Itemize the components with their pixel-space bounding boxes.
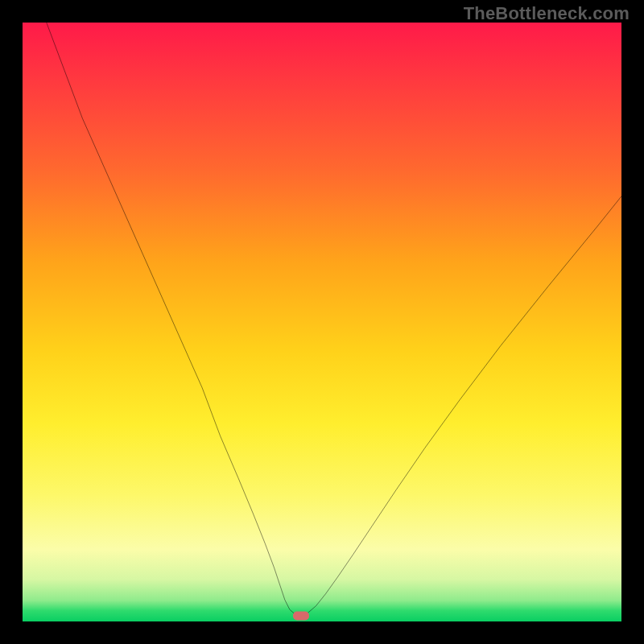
minimum-marker [293, 611, 309, 620]
curve-svg [23, 23, 621, 621]
watermark-text: TheBottleneck.com [464, 3, 630, 24]
bottleneck-curve [47, 23, 621, 616]
chart-frame: TheBottleneck.com [0, 0, 644, 644]
plot-area [23, 23, 621, 621]
